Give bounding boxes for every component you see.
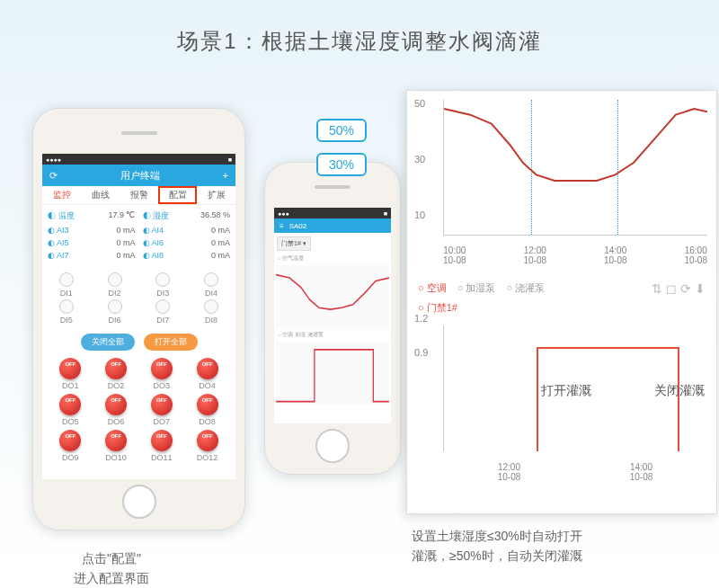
status-bar: ●●●●■ bbox=[42, 154, 235, 165]
xtick: 14:0010-08 bbox=[630, 462, 653, 482]
tab-alarm[interactable]: 报警 bbox=[120, 186, 158, 204]
xtick: 14:0010-08 bbox=[604, 245, 627, 265]
do-item[interactable]: DO5 bbox=[48, 394, 93, 426]
status-bar: ●●●■ bbox=[274, 208, 391, 218]
header-title: 用户终端 bbox=[120, 169, 160, 183]
di-item: DI3 bbox=[139, 271, 188, 298]
phone-left-screen: ●●●●■ ⟳ 用户终端 + 监控 曲线 报警 配置 扩展 ◐ 温度17.9 ℃… bbox=[42, 154, 235, 479]
detail-panel: 50 30 10 10:0010-0812:0010-0814:0010-081… bbox=[406, 90, 717, 514]
do-item[interactable]: DO10 bbox=[93, 430, 139, 462]
di-item: DI6 bbox=[91, 298, 139, 325]
mini-chart-1 bbox=[276, 265, 389, 328]
plot-area bbox=[443, 100, 707, 236]
sensor-item: ◐ AI70 mA bbox=[44, 249, 139, 262]
sensor-item: ◐ AI50 mA bbox=[44, 236, 139, 249]
do-item[interactable]: DO3 bbox=[139, 358, 185, 390]
xtick: 12:0010-08 bbox=[498, 462, 521, 482]
phone-left: ●●●●■ ⟳ 用户终端 + 监控 曲线 报警 配置 扩展 ◐ 温度17.9 ℃… bbox=[32, 108, 245, 530]
chart-legend-2: ○ 门禁1# bbox=[407, 301, 716, 320]
page-title: 场景1：根据土壤湿度调整水阀滴灌 bbox=[0, 0, 719, 56]
do-item[interactable]: DO12 bbox=[184, 430, 230, 462]
do-grid: DO1DO2DO3DO4DO5DO6DO7DO8DO9DO10DO11DO12 bbox=[42, 358, 235, 466]
tab-ext[interactable]: 扩展 bbox=[197, 186, 235, 204]
phone-middle: ●●●■ ≡ SA02 门禁1# ▾ ○ 空气温度 ○ 空调 加湿 浇灌泵 bbox=[264, 162, 401, 475]
close-label: 关闭灌溉 bbox=[654, 383, 705, 399]
sensor-grid: ◐ 温度17.9 ℃◐ 湿度36.58 %◐ AI30 mA◐ AI40 mA◐… bbox=[42, 205, 235, 265]
mini-legend1: ○ 空气温度 bbox=[274, 254, 391, 263]
xtick: 16:0010-08 bbox=[684, 245, 707, 265]
sensor-item: ◐ AI30 mA bbox=[44, 224, 139, 236]
do-item[interactable]: DO4 bbox=[184, 358, 230, 390]
do-item[interactable]: DO2 bbox=[93, 358, 139, 390]
mini-title: SA02 bbox=[289, 222, 307, 230]
di-item: DI7 bbox=[139, 298, 188, 325]
do-item[interactable]: DO8 bbox=[184, 394, 230, 426]
tab-curve[interactable]: 曲线 bbox=[81, 186, 120, 204]
do-item[interactable]: DO11 bbox=[139, 430, 185, 462]
open-label: 打开灌溉 bbox=[541, 383, 591, 399]
do-item[interactable]: DO9 bbox=[48, 430, 93, 462]
ytick: 10 bbox=[414, 209, 425, 220]
home-button[interactable] bbox=[122, 485, 156, 519]
di-item: DI2 bbox=[91, 271, 139, 298]
button-row: 关闭全部 打开全部 bbox=[42, 334, 235, 351]
di-grid: DI1DI2DI3DI4DI5DI6DI7DI8 bbox=[42, 265, 235, 330]
app-header: ⟳ 用户终端 + bbox=[42, 165, 235, 186]
sensor-item: ◐ AI40 mA bbox=[139, 224, 235, 236]
xtick: 12:0010-08 bbox=[523, 245, 546, 265]
di-item: DI4 bbox=[187, 271, 235, 298]
ytick: 30 bbox=[414, 154, 425, 165]
mini-legend2: ○ 空调 加湿 浇灌泵 bbox=[274, 330, 391, 340]
mini-chart-2 bbox=[276, 342, 389, 405]
menu-icon[interactable]: ≡ bbox=[280, 222, 284, 230]
badge-50: 50% bbox=[316, 119, 367, 142]
di-item: DI1 bbox=[42, 271, 91, 298]
caption-left: 点击"配置"进入配置界面 bbox=[74, 548, 149, 588]
toolbar-icons[interactable]: ⇅ ◻ ⟳ ⬇ bbox=[652, 281, 706, 296]
valve-chart: 1.2 0.9 打开灌溉 关闭灌溉 bbox=[407, 320, 716, 460]
tab-monitor[interactable]: 监控 bbox=[42, 186, 81, 204]
sensor-item: ◐ AI80 mA bbox=[139, 249, 235, 262]
ytick: 0.9 bbox=[414, 347, 428, 358]
sensor-item: ◐ AI60 mA bbox=[139, 236, 235, 249]
xtick: 10:0010-08 bbox=[443, 245, 466, 265]
phone-speaker bbox=[121, 131, 157, 135]
close-all-button[interactable]: 关闭全部 bbox=[81, 334, 135, 351]
di-item: DI5 bbox=[42, 298, 91, 325]
tab-bar: 监控 曲线 报警 配置 扩展 bbox=[42, 186, 235, 205]
do-item[interactable]: DO7 bbox=[139, 394, 185, 426]
device-select[interactable]: 门禁1# ▾ bbox=[277, 236, 311, 251]
humidity-chart: 50 30 10 bbox=[407, 91, 716, 244]
x-axis-2: 12:0010-0814:0010-08 bbox=[407, 460, 716, 493]
phone-speaker bbox=[315, 185, 351, 189]
sensor-item: ◐ 湿度36.58 % bbox=[139, 209, 235, 224]
tab-config[interactable]: 配置 bbox=[158, 186, 197, 204]
chart-legend: ○ 空调 ○ 加湿泵 ○ 浇灌泵 ⇅ ◻ ⟳ ⬇ bbox=[407, 276, 716, 301]
ytick: 50 bbox=[414, 98, 425, 109]
step-pulse bbox=[537, 347, 679, 451]
mini-header: ≡ SA02 bbox=[274, 218, 391, 233]
humidity-line bbox=[444, 100, 707, 235]
do-item[interactable]: DO6 bbox=[93, 394, 139, 426]
caption-right: 设置土壤湿度≤30%时自动打开灌溉，≥50%时，自动关闭灌溉 bbox=[412, 526, 582, 566]
ytick: 1.2 bbox=[414, 313, 428, 324]
di-item: DI8 bbox=[187, 298, 235, 325]
sensor-item: ◐ 温度17.9 ℃ bbox=[44, 209, 139, 224]
add-icon[interactable]: + bbox=[223, 170, 228, 181]
badge-30: 30% bbox=[316, 153, 367, 176]
open-all-button[interactable]: 打开全部 bbox=[144, 334, 198, 351]
step-plot: 打开灌溉 关闭灌溉 bbox=[443, 325, 707, 451]
do-item[interactable]: DO1 bbox=[48, 358, 93, 390]
x-axis: 10:0010-0812:0010-0814:0010-0816:0010-08 bbox=[407, 244, 716, 276]
home-button[interactable] bbox=[315, 429, 350, 463]
refresh-icon[interactable]: ⟳ bbox=[49, 170, 58, 182]
phone-middle-screen: ●●●■ ≡ SA02 门禁1# ▾ ○ 空气温度 ○ 空调 加湿 浇灌泵 bbox=[274, 208, 391, 423]
